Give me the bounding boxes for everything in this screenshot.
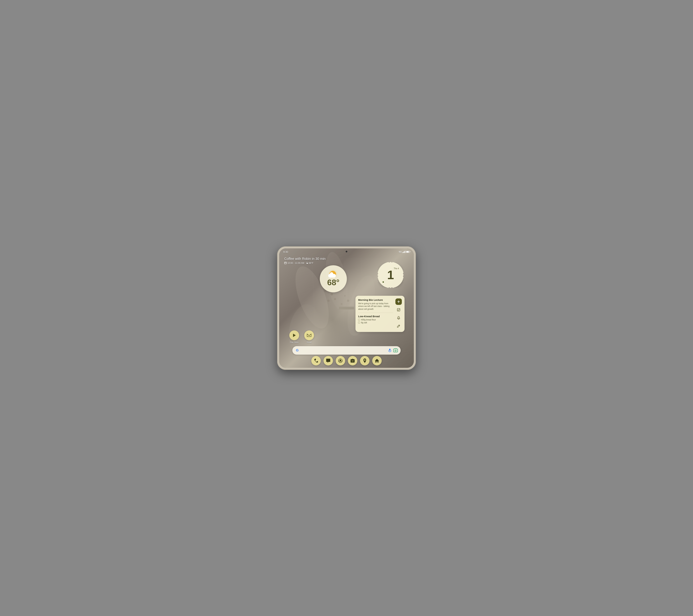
app-icons-row: Play Store Gmail xyxy=(289,331,314,343)
svg-point-37 xyxy=(352,360,353,361)
svg-point-10 xyxy=(347,299,349,302)
notes-checkbox-button[interactable] xyxy=(395,306,402,313)
mic-icon xyxy=(397,316,400,320)
dock-phone[interactable] xyxy=(311,356,321,365)
gmail-label: Gmail xyxy=(307,341,312,343)
weather-icon xyxy=(328,271,338,278)
phone-icon xyxy=(314,358,318,363)
status-time: 9:30 xyxy=(283,251,288,253)
event-widget[interactable]: Coffee with Robin in 30 min 10:00 - 11:0… xyxy=(284,257,325,264)
notes-content: Morning Bio Lecture We're going to pick … xyxy=(358,298,393,329)
dock-messages[interactable] xyxy=(323,356,333,365)
search-camera-icon[interactable] xyxy=(393,349,398,352)
note-item-2[interactable]: Low-Knead Bread 400g bread flour 8g salt xyxy=(358,313,393,324)
maps-icon xyxy=(363,358,367,363)
pencil-icon xyxy=(397,324,400,327)
notes-actions xyxy=(395,298,402,329)
date-number: 1 xyxy=(387,269,394,281)
event-time: 10:00 - 11:00 AM xyxy=(288,262,304,264)
plus-icon xyxy=(397,300,400,303)
status-icons: 5G xyxy=(399,251,410,253)
note-item-1[interactable]: Morning Bio Lecture We're going to pick … xyxy=(358,298,393,311)
battery-icon xyxy=(406,251,410,253)
dock-chrome[interactable] xyxy=(336,356,345,365)
google-g-logo: G xyxy=(295,348,299,353)
checkbox-icon-1 xyxy=(358,319,360,321)
note2-title: Low-Knead Bread xyxy=(358,315,393,318)
svg-point-5 xyxy=(334,298,336,300)
svg-rect-28 xyxy=(389,349,391,351)
play-store-icon xyxy=(292,333,296,338)
svg-point-32 xyxy=(340,360,341,361)
checkbox-icon xyxy=(397,308,400,312)
note2-item1: 400g bread flour xyxy=(358,319,393,321)
search-mic-icon[interactable] xyxy=(388,349,392,352)
play-store-icon-circle xyxy=(289,331,299,340)
dock-home[interactable] xyxy=(372,356,382,365)
svg-point-4 xyxy=(331,293,333,295)
app-icon-play-store[interactable]: Play Store xyxy=(289,331,299,343)
dock-maps[interactable] xyxy=(360,356,370,365)
camera-icon xyxy=(350,359,355,363)
play-store-label: Play Store xyxy=(290,341,299,343)
home-icon xyxy=(375,358,379,363)
svg-point-30 xyxy=(395,350,396,351)
event-details: 10:00 - 11:00 AM 🌤 68°F xyxy=(284,262,325,264)
date-day: Thu 4 xyxy=(394,267,404,270)
note2-item2: 8g salt xyxy=(358,321,393,324)
gmail-icon-circle xyxy=(304,331,314,340)
svg-marker-27 xyxy=(293,334,296,337)
app-icon-gmail[interactable]: Gmail xyxy=(304,331,314,343)
front-camera xyxy=(346,251,347,253)
calendar-icon xyxy=(284,262,286,264)
event-title: Coffee with Robin in 30 min xyxy=(284,257,325,261)
signal-bar-4 xyxy=(405,251,405,253)
notes-mic-button[interactable] xyxy=(395,315,402,321)
signal-bars-icon xyxy=(402,251,405,253)
messages-icon xyxy=(326,358,331,363)
date-dot xyxy=(382,281,384,283)
network-type: 5G xyxy=(399,251,402,253)
event-weather: 🌤 68°F xyxy=(306,262,313,264)
note1-title: Morning Bio Lecture xyxy=(358,298,393,301)
signal-bar-1 xyxy=(402,252,403,253)
svg-rect-24 xyxy=(398,316,399,318)
svg-point-11 xyxy=(341,303,343,305)
dock xyxy=(311,356,382,365)
weather-widget[interactable]: 68° xyxy=(320,265,347,292)
event-time-row: 10:00 - 11:00 AM xyxy=(284,262,304,264)
dock-camera[interactable] xyxy=(348,356,357,365)
notes-widget[interactable]: Morning Bio Lecture We're going to pick … xyxy=(355,296,404,332)
note1-body: We're going to pick up today from where … xyxy=(358,302,393,311)
weather-temperature: 68° xyxy=(327,278,340,286)
svg-point-9 xyxy=(344,295,346,297)
device-frame: 9:30 5G Coffee with Robin in 30 min xyxy=(277,246,416,370)
chrome-icon xyxy=(338,358,343,363)
notes-pencil-button[interactable] xyxy=(395,323,402,329)
device-hinge xyxy=(339,307,354,310)
gmail-icon xyxy=(307,334,311,337)
svg-point-6 xyxy=(328,299,330,302)
signal-bar-3 xyxy=(404,251,404,253)
signal-bar-2 xyxy=(403,252,404,253)
checkbox-icon-2 xyxy=(358,322,360,323)
notes-add-button[interactable] xyxy=(395,298,402,305)
svg-point-38 xyxy=(364,359,365,361)
search-bar[interactable]: G xyxy=(292,346,401,355)
battery-fill xyxy=(407,251,409,253)
svg-rect-17 xyxy=(284,262,286,264)
cloud-icon xyxy=(328,274,336,278)
date-widget[interactable]: Thu 4 1 xyxy=(377,262,404,288)
